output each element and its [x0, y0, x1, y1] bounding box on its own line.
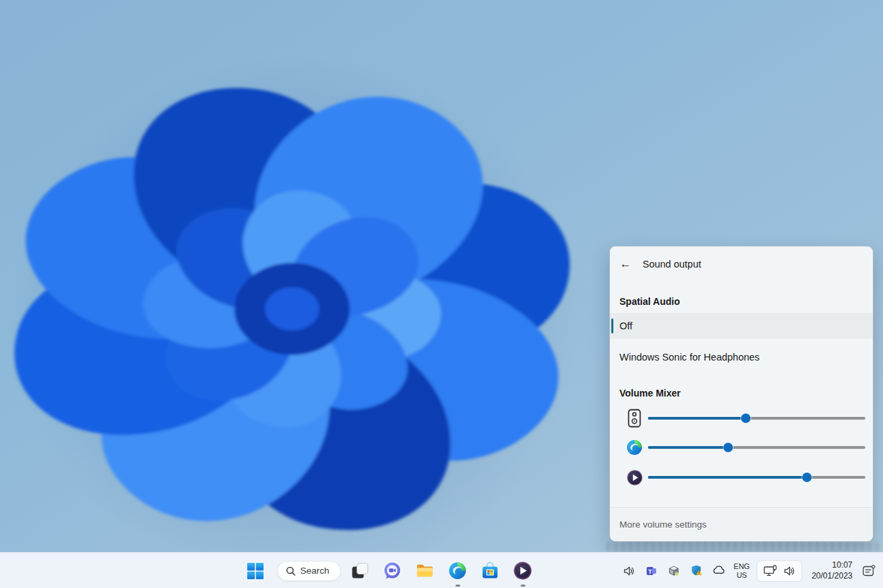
- volume-slider-row-media-player: [648, 466, 865, 489]
- file-explorer-icon: [416, 562, 434, 580]
- quick-settings-button[interactable]: [757, 561, 801, 581]
- language-indicator[interactable]: ENG US: [734, 562, 750, 579]
- tray-volume-icon[interactable]: [621, 564, 636, 578]
- volume-icon: [783, 565, 795, 577]
- windows-logo-icon: [247, 562, 264, 580]
- volume-mixer-heading: Volume Mixer: [619, 388, 681, 399]
- edge-button[interactable]: [447, 560, 469, 582]
- language-line1: ENG: [734, 562, 750, 571]
- spatial-audio-option-windows-sonic[interactable]: Windows Sonic for Headphones: [610, 344, 873, 370]
- onedrive-cloud-tray-icon[interactable]: [711, 564, 726, 578]
- media-player-icon: [513, 562, 532, 580]
- more-volume-settings-link[interactable]: More volume settings: [619, 519, 706, 530]
- file-explorer-button[interactable]: [414, 560, 436, 582]
- media-player-button[interactable]: [512, 560, 534, 582]
- task-view-icon: [351, 562, 369, 580]
- option-label: Windows Sonic for Headphones: [619, 352, 759, 363]
- edge-icon: [448, 562, 467, 580]
- desktop: ← Sound output Spatial Audio Off Windows…: [0, 0, 883, 588]
- search-label: Search: [300, 566, 329, 576]
- panel-header: ← Sound output: [610, 255, 873, 274]
- cube-app-tray-icon[interactable]: [666, 564, 681, 578]
- speaker-device-icon: [625, 408, 644, 428]
- media-player-icon: [625, 467, 644, 488]
- volume-slider-row-system: [648, 407, 865, 430]
- slider-fill: [648, 417, 746, 420]
- language-line2: US: [734, 571, 750, 580]
- clock[interactable]: 10:07 20/01/2023: [812, 560, 852, 581]
- chat-icon: [383, 562, 401, 580]
- teams-tray-icon[interactable]: T: [644, 564, 659, 578]
- watermark-blur: [607, 543, 883, 551]
- notification-bell-icon: [862, 564, 876, 578]
- search-icon: [286, 566, 295, 576]
- security-shield-tray-icon[interactable]: [689, 564, 704, 578]
- taskbar: Search: [0, 552, 883, 588]
- svg-text:T: T: [648, 568, 652, 574]
- taskbar-center-apps: Search: [245, 553, 534, 588]
- network-ethernet-icon: [763, 565, 777, 577]
- notification-center-button[interactable]: [861, 564, 876, 578]
- edge-icon: [625, 437, 644, 458]
- slider-fill: [648, 476, 807, 479]
- back-button[interactable]: ←: [615, 255, 636, 273]
- spatial-audio-option-off[interactable]: Off: [610, 313, 873, 339]
- panel-title: Sound output: [643, 259, 701, 270]
- slider-thumb[interactable]: [802, 473, 812, 482]
- microsoft-store-button[interactable]: [480, 560, 501, 582]
- volume-slider-row-edge: [648, 436, 865, 459]
- slider-thumb[interactable]: [723, 443, 733, 452]
- panel-footer: More volume settings: [610, 507, 873, 541]
- tray-time: 10:07: [812, 560, 852, 571]
- search-box[interactable]: Search: [277, 561, 341, 581]
- system-tray: T: [621, 553, 876, 588]
- sound-output-panel: ← Sound output Spatial Audio Off Windows…: [609, 246, 873, 542]
- option-label: Off: [619, 320, 632, 331]
- start-button[interactable]: [245, 560, 266, 582]
- spatial-audio-heading: Spatial Audio: [619, 296, 680, 307]
- microsoft-store-icon: [481, 562, 499, 580]
- chat-button[interactable]: [382, 560, 403, 582]
- task-view-button[interactable]: [349, 560, 371, 582]
- tray-date: 20/01/2023: [812, 571, 852, 582]
- back-arrow-icon: ←: [620, 257, 632, 271]
- slider-fill: [648, 446, 728, 449]
- slider-thumb[interactable]: [741, 414, 751, 423]
